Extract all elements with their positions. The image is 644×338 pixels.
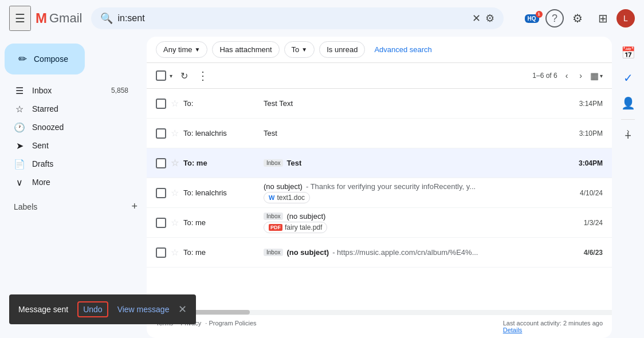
pagination-text: 1–6 of 6 <box>532 72 557 80</box>
email-row[interactable]: ☆ To: lenalchris (no subject) - Thanks f… <box>147 178 612 208</box>
snoozed-label: Snoozed <box>32 123 128 132</box>
compose-button[interactable]: ✏ Compose <box>5 44 85 74</box>
sidebar-item-inbox[interactable]: ☰ Inbox 5,858 <box>0 81 138 100</box>
is-unread-filter[interactable]: Is unread <box>319 41 365 58</box>
to-arrow: ▼ <box>301 46 307 53</box>
email-content: Test <box>264 129 575 137</box>
select-dropdown-arrow[interactable]: ▾ <box>167 70 175 81</box>
snackbar-close-button[interactable]: ✕ <box>178 303 187 316</box>
star-icon[interactable]: ☆ <box>171 217 179 228</box>
snackbar-undo-button[interactable]: Undo <box>77 301 108 317</box>
pagination: 1–6 of 6 ‹ › ▦ ▾ <box>532 68 603 84</box>
search-clear-button[interactable]: ✕ <box>472 12 481 25</box>
star-icon[interactable]: ☆ <box>171 247 179 258</box>
snackbar-view-message-button[interactable]: View message <box>117 305 170 314</box>
attachment-chip: W text1.doc <box>264 192 310 203</box>
email-time: 3:10PM <box>579 129 603 137</box>
email-row[interactable]: ☆ To: me Inbox (no subject) - https://mu… <box>147 238 612 268</box>
compose-icon: ✏ <box>18 53 27 65</box>
header: ☰ M Gmail 🔍 ✕ ⚙ HQ 1 ? ⚙ ⊞ L <box>0 0 644 37</box>
is-unread-label: Is unread <box>327 45 358 54</box>
snackbar: Message sent Undo View message ✕ <box>9 294 196 324</box>
row-checkbox[interactable] <box>156 128 166 139</box>
footer-activity: Last account activity: 2 minutes ago Det… <box>503 320 603 333</box>
more-label: More <box>32 178 128 187</box>
email-to: To: lenalchris <box>183 129 264 137</box>
program-policies-link[interactable]: Program Policies <box>209 320 256 327</box>
email-row[interactable]: ☆ To: lenalchris Test 3:10PM <box>147 119 612 148</box>
row-checkbox[interactable] <box>156 188 166 198</box>
attachment-type-icon: PDF <box>269 224 282 231</box>
email-to: To: lenalchris <box>183 188 264 197</box>
row-checkbox[interactable] <box>156 218 166 228</box>
star-icon[interactable]: ☆ <box>171 187 179 198</box>
sidebar-item-more[interactable]: ∨ More <box>0 173 138 191</box>
email-preview: - https://music.apple.com/cn/album/%E4%.… <box>332 248 478 257</box>
email-to: To: <box>183 99 264 108</box>
clout-hq-icon[interactable]: HQ 1 <box>520 7 543 30</box>
sidebar-item-starred[interactable]: ☆ Starred <box>0 100 138 118</box>
tasks-icon[interactable]: ✓ <box>616 66 639 89</box>
refresh-button[interactable]: ↻ <box>177 67 191 85</box>
inbox-badge: Inbox <box>264 249 283 256</box>
email-subject: Test <box>286 159 301 167</box>
has-attachment-label: Has attachment <box>219 45 272 54</box>
help-icon[interactable]: ? <box>545 9 564 27</box>
any-time-label: Any time <box>163 45 193 54</box>
gmail-logo: M Gmail <box>36 10 82 26</box>
star-icon[interactable]: ☆ <box>171 158 179 168</box>
email-time: 4/6/23 <box>584 249 603 257</box>
sidebar-item-snoozed[interactable]: 🕐 Snoozed <box>0 118 138 136</box>
drafts-icon: 📄 <box>14 159 25 170</box>
email-to: To: me <box>183 248 264 257</box>
sidebar-item-drafts[interactable]: 📄 Drafts <box>0 155 138 173</box>
email-time: 3:04PM <box>579 159 603 167</box>
view-toggle[interactable]: ▦ ▾ <box>590 70 603 81</box>
email-content: Inbox (no subject) - https://music.apple… <box>264 248 579 257</box>
contacts-icon[interactable]: 👤 <box>616 92 639 115</box>
row-checkbox[interactable] <box>156 158 166 168</box>
more-actions-button[interactable]: ⋮ <box>194 65 212 86</box>
attachment-type-icon: W <box>269 194 274 201</box>
search-input[interactable] <box>117 13 468 23</box>
search-filter-button[interactable]: ⚙ <box>485 12 494 25</box>
select-all-checkbox[interactable] <box>156 70 166 81</box>
any-time-filter[interactable]: Any time ▼ <box>156 41 207 58</box>
sidebar-item-sent[interactable]: ➤ Sent <box>0 136 138 155</box>
settings-icon[interactable]: ⚙ <box>566 7 589 30</box>
prev-page-button[interactable]: ‹ <box>562 68 572 84</box>
search-bar: 🔍 ✕ ⚙ <box>91 7 504 29</box>
star-icon[interactable]: ☆ <box>171 98 179 109</box>
labels-add-button[interactable]: + <box>131 201 138 213</box>
advanced-search-button[interactable]: Advanced search <box>370 42 436 57</box>
next-page-button[interactable]: › <box>576 68 586 84</box>
more-icon: ∨ <box>14 177 25 188</box>
email-row[interactable]: ☆ To: me Inbox Test 3:04PM <box>147 148 612 178</box>
row-checkbox[interactable] <box>156 99 166 109</box>
expand-button[interactable]: › <box>616 120 639 143</box>
email-subject: (no subject) <box>286 212 325 221</box>
horizontal-scrollbar[interactable] <box>147 310 612 315</box>
last-activity-text: Last account activity: 2 minutes ago <box>503 320 603 327</box>
email-subject: (no subject) <box>264 182 303 191</box>
email-subject: (no subject) <box>286 248 329 257</box>
row-checkbox[interactable] <box>156 247 166 258</box>
has-attachment-filter[interactable]: Has attachment <box>212 41 279 58</box>
email-to: To: me <box>183 218 264 227</box>
drafts-label: Drafts <box>32 159 128 168</box>
avatar[interactable]: L <box>616 9 635 27</box>
apps-icon[interactable]: ⊞ <box>591 7 614 30</box>
star-icon[interactable]: ☆ <box>171 128 179 139</box>
email-row[interactable]: ☆ To: me Inbox (no subject) PDF fairy ta… <box>147 208 612 238</box>
calendar-icon[interactable]: 📅 <box>616 41 639 64</box>
search-icon: 🔍 <box>100 12 113 25</box>
select-all-area: ▾ <box>156 70 175 81</box>
to-label: To <box>292 45 300 54</box>
inbox-label: Inbox <box>32 86 104 95</box>
menu-button[interactable]: ☰ <box>9 6 31 31</box>
inbox-badge: Inbox <box>264 213 283 220</box>
details-link[interactable]: Details <box>503 327 523 333</box>
email-row[interactable]: ☆ To: Test Text 3:14PM <box>147 89 612 119</box>
snoozed-icon: 🕐 <box>14 122 25 133</box>
to-filter[interactable]: To ▼ <box>284 41 315 58</box>
